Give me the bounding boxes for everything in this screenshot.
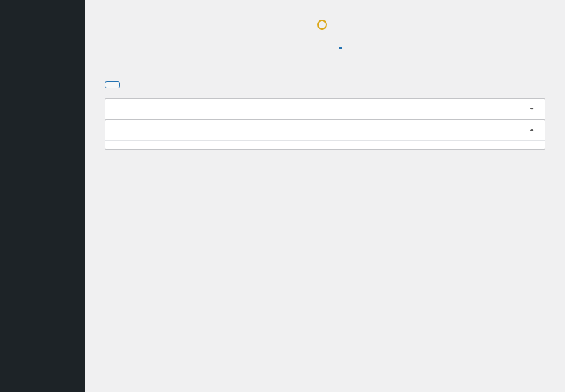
accordion-header-wordpress[interactable] bbox=[105, 99, 545, 119]
accordion-directories bbox=[105, 120, 545, 150]
accordion-header-directories[interactable] bbox=[105, 120, 545, 141]
admin-sidebar bbox=[0, 0, 85, 392]
main-content bbox=[85, 0, 565, 392]
status-indicator-icon bbox=[317, 20, 327, 30]
tabs bbox=[99, 38, 551, 49]
accordion-body-directories bbox=[105, 141, 545, 149]
chevron-up-icon bbox=[528, 126, 536, 134]
chevron-down-icon bbox=[528, 105, 536, 113]
tab-info[interactable] bbox=[339, 38, 342, 49]
site-health-status bbox=[99, 20, 551, 30]
copy-site-info-button[interactable] bbox=[105, 81, 120, 88]
accordion-wordpress bbox=[105, 98, 545, 120]
tab-status[interactable] bbox=[308, 38, 311, 49]
content-body bbox=[99, 57, 551, 150]
page-header bbox=[99, 0, 551, 57]
